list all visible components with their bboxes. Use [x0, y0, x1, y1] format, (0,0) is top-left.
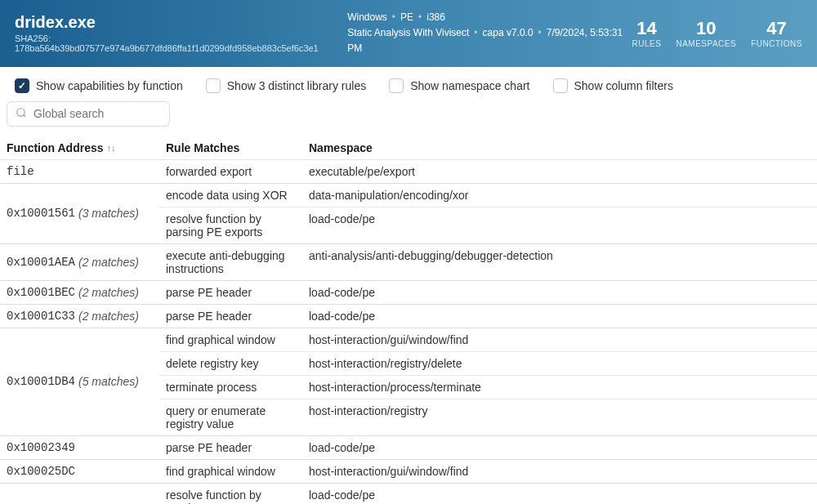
- rule-cell: parse PE header: [159, 281, 302, 304]
- namespace-cell: load-code/pe: [302, 484, 817, 504]
- namespace-cell: load-code/pe: [302, 281, 817, 304]
- namespace-cell: host-interaction/process/terminate: [302, 376, 817, 399]
- table-header: Function Address ↑↓ Rule Matches Namespa…: [0, 136, 817, 160]
- match-row: parse PE headerload-code/pe: [159, 305, 817, 328]
- col-header-rule[interactable]: Rule Matches: [166, 141, 309, 154]
- meta-line-2: Static Analysis With Vivisect•capa v7.0.…: [347, 25, 632, 56]
- col-header-address[interactable]: Function Address ↑↓: [7, 141, 166, 154]
- matches-cell: encode data using XORdata-manipulation/e…: [159, 184, 817, 243]
- rule-cell: terminate process: [159, 376, 302, 399]
- match-row: query or enumerate registry valuehost-in…: [159, 399, 817, 435]
- search-icon: [16, 107, 27, 121]
- match-row: execute anti-debugging instructionsanti-…: [159, 244, 817, 280]
- rule-cell: find graphical window: [159, 328, 302, 351]
- checkbox-icon: [15, 78, 29, 93]
- match-row: find graphical windowhost-interaction/gu…: [159, 460, 817, 483]
- match-row: parse PE headerload-code/pe: [159, 281, 817, 304]
- svg-point-0: [17, 108, 25, 115]
- col-header-namespace[interactable]: Namespace: [309, 141, 810, 154]
- sort-icon: ↑↓: [107, 143, 116, 153]
- function-address-cell: 0x10002BB8(3 matches): [0, 484, 159, 504]
- namespace-cell: host-interaction/registry/delete: [302, 352, 817, 375]
- function-address-cell: 0x10001DB4(5 matches): [0, 328, 159, 435]
- matches-cell: parse PE headerload-code/pe: [159, 436, 817, 459]
- checkbox-capabilities-by-function[interactable]: Show capabilities by function: [15, 78, 183, 93]
- checkbox-icon: [389, 78, 404, 93]
- table-row[interactable]: 0x100025DCfind graphical windowhost-inte…: [0, 460, 817, 484]
- checkbox-library-rules[interactable]: Show 3 distinct library rules: [206, 78, 366, 93]
- table-row[interactable]: 0x10001BEC(2 matches)parse PE headerload…: [0, 281, 817, 305]
- table-row[interactable]: 0x10001C33(2 matches)parse PE headerload…: [0, 305, 817, 328]
- matches-cell: parse PE headerload-code/pe: [159, 305, 817, 328]
- stat-rules: 14 RULES: [632, 18, 662, 48]
- match-row: resolve function by parsing PE exportslo…: [159, 484, 817, 504]
- stat-functions: 47 FUNCTIONS: [751, 18, 802, 48]
- rule-cell: encode data using XOR: [159, 184, 302, 207]
- rule-cell: resolve function by parsing PE exports: [159, 484, 302, 504]
- function-address-cell: 0x10001561(3 matches): [0, 184, 159, 243]
- matches-cell: find graphical windowhost-interaction/gu…: [159, 328, 817, 435]
- table-body: fileforwarded exportexecutable/pe/export…: [0, 160, 817, 504]
- matches-cell: parse PE headerload-code/pe: [159, 281, 817, 304]
- table-row[interactable]: 0x10001AEA(2 matches)execute anti-debugg…: [0, 244, 817, 281]
- match-row: encode data using XORdata-manipulation/e…: [159, 184, 817, 207]
- sha256-line: SHA256: 178ba564b39bd07577e974a9b677dfd8…: [15, 33, 347, 53]
- table-row[interactable]: 0x10001561(3 matches)encode data using X…: [0, 184, 817, 244]
- function-address-cell: 0x10001C33(2 matches): [0, 305, 159, 328]
- function-address-cell: 0x10001AEA(2 matches): [0, 244, 159, 280]
- match-row: parse PE headerload-code/pe: [159, 436, 817, 459]
- namespace-cell: load-code/pe: [302, 436, 817, 459]
- controls-bar: Show capabilities by function Show 3 dis…: [0, 67, 817, 101]
- rule-cell: parse PE header: [159, 305, 302, 328]
- rule-cell: parse PE header: [159, 436, 302, 459]
- search-container: [0, 101, 817, 136]
- match-row: find graphical windowhost-interaction/gu…: [159, 328, 817, 352]
- matches-cell: find graphical windowhost-interaction/gu…: [159, 460, 817, 483]
- table-row[interactable]: fileforwarded exportexecutable/pe/export: [0, 160, 817, 184]
- header-stats: 14 RULES 10 NAMESPACES 47 FUNCTIONS: [632, 18, 802, 48]
- results-table: Function Address ↑↓ Rule Matches Namespa…: [0, 136, 817, 504]
- match-row: forwarded exportexecutable/pe/export: [159, 160, 817, 183]
- rule-cell: query or enumerate registry value: [159, 399, 302, 435]
- namespace-cell: host-interaction/gui/window/find: [302, 328, 817, 351]
- match-row: terminate processhost-interaction/proces…: [159, 376, 817, 399]
- function-address-cell: file: [0, 160, 159, 183]
- namespace-cell: data-manipulation/encoding/xor: [302, 184, 817, 207]
- rule-cell: delete registry key: [159, 352, 302, 375]
- checkbox-icon: [553, 78, 568, 93]
- table-row[interactable]: 0x10002BB8(3 matches)resolve function by…: [0, 484, 817, 504]
- match-row: resolve function by parsing PE exportslo…: [159, 207, 817, 243]
- function-address-cell: 0x10002349: [0, 436, 159, 459]
- meta-line-1: Windows•PE•i386: [347, 10, 632, 25]
- filename: dridex.exe: [15, 13, 347, 32]
- namespace-cell: host-interaction/registry: [302, 399, 817, 435]
- table-row[interactable]: 0x10002349parse PE headerload-code/pe: [0, 436, 817, 460]
- header-meta: Windows•PE•i386 Static Analysis With Viv…: [347, 10, 632, 57]
- rule-cell: find graphical window: [159, 460, 302, 483]
- checkbox-icon: [206, 78, 221, 93]
- match-row: delete registry keyhost-interaction/regi…: [159, 352, 817, 376]
- header: dridex.exe SHA256: 178ba564b39bd07577e97…: [0, 0, 817, 67]
- namespace-cell: load-code/pe: [302, 207, 817, 243]
- namespace-cell: host-interaction/gui/window/find: [302, 460, 817, 483]
- rule-cell: resolve function by parsing PE exports: [159, 207, 302, 243]
- rule-cell: execute anti-debugging instructions: [159, 244, 302, 280]
- namespace-cell: load-code/pe: [302, 305, 817, 328]
- function-address-cell: 0x100025DC: [0, 460, 159, 483]
- function-address-cell: 0x10001BEC(2 matches): [0, 281, 159, 304]
- svg-line-1: [24, 114, 26, 117]
- header-file-info: dridex.exe SHA256: 178ba564b39bd07577e97…: [15, 13, 347, 53]
- search-box[interactable]: [7, 101, 170, 127]
- matches-cell: resolve function by parsing PE exportslo…: [159, 484, 817, 504]
- search-input[interactable]: [33, 107, 161, 120]
- matches-cell: forwarded exportexecutable/pe/export: [159, 160, 817, 183]
- matches-cell: execute anti-debugging instructionsanti-…: [159, 244, 817, 280]
- table-row[interactable]: 0x10001DB4(5 matches)find graphical wind…: [0, 328, 817, 436]
- namespace-cell: executable/pe/export: [302, 160, 817, 183]
- checkbox-namespace-chart[interactable]: Show namespace chart: [389, 78, 529, 93]
- rule-cell: forwarded export: [159, 160, 302, 183]
- stat-namespaces: 10 NAMESPACES: [676, 18, 736, 48]
- namespace-cell: anti-analysis/anti-debugging/debugger-de…: [302, 244, 817, 280]
- checkbox-column-filters[interactable]: Show column filters: [553, 78, 673, 93]
